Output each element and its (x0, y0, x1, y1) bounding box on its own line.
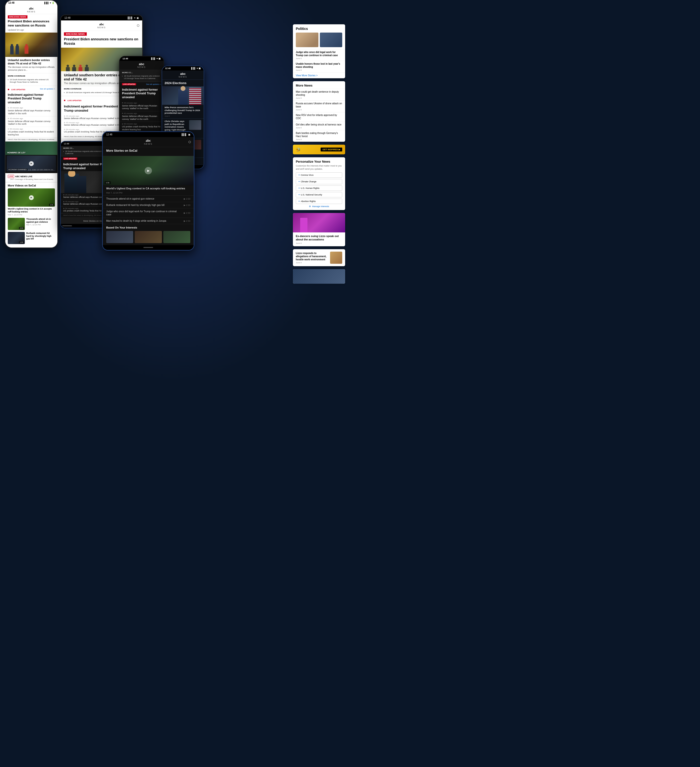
play-btn-main[interactable]: ▶ (29, 195, 34, 200)
update-time-3: 58 minutes ago (8, 128, 55, 130)
tld-based-image-3[interactable] (163, 231, 190, 243)
tld-story-row-3[interactable]: Judge who once did legal work for Trump … (103, 208, 194, 218)
politics-story-1[interactable]: Judge who once did legal work for Trump … (293, 49, 345, 61)
interest-btn-national-security[interactable]: + U.S. National Security (296, 192, 342, 197)
tld-story-row-2[interactable]: Burbank restaurant hit hard by shockingl… (103, 202, 194, 208)
lizzo-title: Lizzo responds to allegations of harassm… (296, 251, 328, 261)
update-item-1[interactable]: 29 minutes ago Senior defense official s… (5, 106, 57, 116)
live-news-bar[interactable]: LIVE ABC NEWS LIVE 24/7 Coverage of Brea… (5, 173, 57, 182)
live-news-sub: 24/7 Coverage of Breaking News and Live … (8, 178, 55, 180)
election-story-1[interactable]: Mike Pence announces he's challenging Do… (162, 105, 204, 119)
news-item-title-1: Man could get death sentence in deputy s… (296, 90, 342, 97)
news-item-4[interactable]: Girl dies after being struck at harness … (293, 121, 345, 130)
coverage-item-1[interactable]: 16 South American migrants who entered U… (8, 78, 55, 84)
sidebar-right: Politics Judge who once did legal work f… (293, 24, 345, 286)
more-videos-section: More Videos on SoCal ▶ 1:31 World's Ugli… (5, 182, 57, 247)
feature-story-image-1[interactable] (293, 213, 345, 232)
more-story-card[interactable] (293, 269, 345, 284)
economy-video-thumb[interactable]: ▶ ECONOMY EXAMINED U.S. JOBS 107,000 JOB… (7, 156, 56, 171)
video-info-2: Thousands attend sit-in against gun viol… (26, 218, 55, 226)
tld-video-duration: 1:31 (105, 181, 111, 184)
see-all-link[interactable]: See all updates > (40, 88, 55, 90)
video-thumb-2[interactable]: 2:33 (8, 218, 25, 230)
elections-title-bar: 2024 Elections (162, 80, 204, 86)
dark-coverage-item[interactable]: 16 South American migrants who entered U… (122, 75, 161, 80)
dark-wifi-icon: ▾ (156, 57, 158, 60)
politics-card: Politics Judge who once did legal work f… (293, 24, 345, 78)
live-news-text: ABC NEWS LIVE (15, 175, 33, 178)
video-row-3[interactable]: 1:33 Burbank restaurant hit hard by shoc… (8, 232, 55, 244)
inspired-btn[interactable]: GET INSPIRED ▶ (321, 148, 342, 151)
lizzo-image (330, 251, 342, 264)
interest-btn-abortion[interactable]: + Abortion Rights (296, 199, 342, 204)
feature-story-date-1: June 6 (296, 242, 342, 244)
video-title-1: World's Ugliest Dog contest in CA accept… (8, 208, 55, 213)
cast-icon[interactable]: ⬡ (137, 24, 139, 27)
update-item-2[interactable]: 45 minutes ago Senior defense official s… (5, 116, 57, 127)
tld-story-row-1[interactable]: Thousands attend sit-in against gun viol… (103, 196, 194, 202)
dark-update-2[interactable]: 45 minutes ago Senior defense official s… (119, 111, 164, 122)
more-news-title: More News (293, 81, 345, 89)
interest-btn-corona[interactable]: + Corona Virus (296, 172, 342, 178)
election-featured-image[interactable] (162, 86, 204, 105)
dark-update-1[interactable]: 29 minutes ago Senior defense official s… (119, 101, 164, 111)
election-story-date-1: June 8 (165, 115, 201, 117)
news-item-date-1: June 6 (296, 97, 342, 99)
pence-figure (178, 89, 188, 105)
manage-interests-link[interactable]: ⚙ Manage Interests (296, 205, 342, 208)
elections-title: 2024 Elections (165, 81, 201, 85)
phone-image-banner[interactable]: HOMBRE DE LEY (5, 142, 57, 155)
news-item-2[interactable]: Russia accuses Ukraine of drone attack o… (293, 100, 345, 112)
dark-more-coverage: MORE CC... 16 South American migrants wh… (119, 70, 164, 82)
main-headline[interactable]: President Biden announces new sanctions … (5, 19, 57, 29)
video-row-2[interactable]: 2:33 Thousands attend sit-in against gun… (8, 218, 55, 230)
tld-based-image-2[interactable] (135, 231, 162, 243)
news-item-3[interactable]: New RSV shot for infants approved by CDC (293, 112, 345, 121)
main-story-image[interactable] (5, 33, 57, 57)
video-thumb-3[interactable]: 1:33 (8, 232, 25, 244)
video-duration-1: 1:31 (49, 204, 54, 206)
news-item-title-5: Bark beetles eating through Germany's Ha… (296, 132, 342, 138)
indictment-headline[interactable]: Indictment against former President Dona… (5, 92, 57, 106)
view-more-link: View More Stories > (296, 74, 342, 77)
dark-update-3[interactable]: 58 minutes ago US probes crash involving… (119, 122, 164, 132)
tablet-headline[interactable]: President Biden announces new sanctions … (61, 37, 142, 48)
politics-img-1[interactable] (296, 33, 318, 47)
tld-news-label: NEWS (144, 143, 153, 145)
dark-live-badge: LIVE UPDATES (122, 83, 136, 85)
news-item-date-2: June 6 (296, 109, 342, 111)
main-video-thumb[interactable]: ▶ 1:31 (8, 188, 55, 207)
plus-icon-3: + (299, 187, 300, 189)
tld-play-btn[interactable]: ▶ (145, 167, 152, 174)
politics-img-2[interactable] (320, 33, 342, 47)
video-title-3: Burbank restaurant hit hard by shockingl… (26, 232, 55, 240)
tld-main-video[interactable]: ▶ 1:31 (103, 156, 194, 185)
dark-battery-icon: ▣ (159, 57, 161, 60)
view-more-stories-btn[interactable]: View More Stories > (293, 72, 345, 78)
lizzo-card[interactable]: Lizzo responds to allegations of harassm… (293, 249, 345, 266)
news-item-1[interactable]: Man could get death sentence in deputy s… (293, 89, 345, 100)
inspired-banner[interactable]: 🐝 GET INSPIRED ▶ (293, 145, 345, 154)
manage-label: Manage Interests (312, 205, 329, 208)
tablet-battery-icon: ▣ (137, 16, 139, 19)
abc-logo: abc (29, 6, 34, 10)
interest-btn-human-rights[interactable]: + U.S. Human Rights (296, 186, 342, 191)
politics-story-2[interactable]: Uvalde honors those lost in last year's … (293, 61, 345, 72)
video-economy-thumb[interactable]: ▶ ECONOMY EXAMINED U.S. JOBS 107,000 JOB… (5, 155, 57, 173)
tld-header: abc NEWS ⬡ (103, 137, 194, 147)
tablet-status-icons: ▌▌▌ ▾ ▣ (128, 16, 139, 19)
news-item-5[interactable]: Bark beetles eating through Germany's Ha… (293, 130, 345, 142)
dark-headline[interactable]: Indictment against former President Dona… (119, 86, 164, 101)
interest-btn-climate[interactable]: + Climate Change (296, 179, 342, 184)
phone-left-content: abc NEWS BREAKING NEWS President Biden a… (5, 5, 57, 247)
tld-story-row-4[interactable]: Man mauled to death by 4 dogs while work… (103, 218, 194, 224)
dancer-figure (300, 218, 307, 232)
update-item-3[interactable]: 58 minutes ago US probes crash involving… (5, 127, 57, 137)
tld-signal: ▌▌▌ (182, 133, 187, 136)
tdb-time: 12:48 (64, 142, 69, 145)
dark-see-all[interactable]: See all updates > (146, 83, 161, 85)
play-btn[interactable]: ▶ (29, 161, 34, 166)
tld-based-image-1[interactable] (106, 231, 133, 243)
tld-cast-icon[interactable]: ⬡ (188, 140, 191, 144)
soldier-figure-2 (16, 46, 19, 54)
